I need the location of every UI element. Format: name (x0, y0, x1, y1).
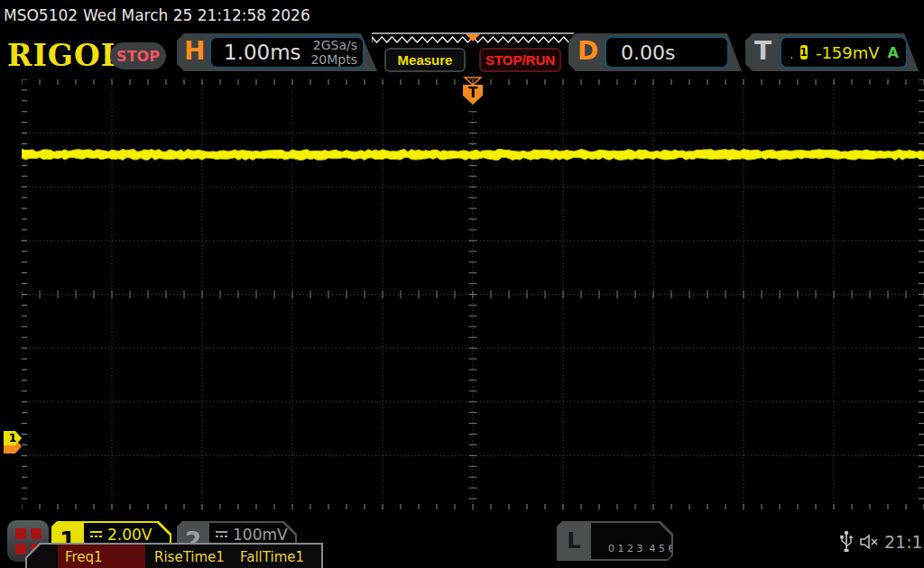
zigzag-memory-icon (372, 32, 574, 46)
trigger-sweep-mode: A (888, 44, 899, 61)
measure-button[interactable]: Measure (384, 48, 466, 72)
delay-label: D (578, 36, 598, 66)
trigger-t-shield[interactable]: T (463, 85, 483, 105)
measurement-panel[interactable]: Freq1 ***** RiseTime1 ***** FallTime1 **… (25, 543, 323, 568)
digital-channels: 0 1 2 3 4 5 6 7 8 9 10 11 12 13 14 15 (591, 523, 671, 559)
clock-text: 21:12 (884, 532, 924, 552)
stop-run-button[interactable]: STOP/RUN (479, 48, 561, 72)
logic-analyzer-button[interactable]: L 0 1 2 3 4 5 6 7 8 9 10 11 12 13 14 15 (557, 521, 673, 561)
memory-depth: 20Mpts (310, 52, 357, 67)
horizontal-settings-group[interactable]: H 1.00ms 2GSa/s 20Mpts (177, 33, 377, 71)
measurement-label: RiseTime1 (154, 549, 225, 565)
measurement-panel-inner: Freq1 ***** RiseTime1 ***** FallTime1 **… (27, 545, 321, 568)
run-state-badge: STOP (110, 42, 166, 69)
trigger-position-marker[interactable]: T (461, 77, 485, 113)
measurement-item-freq1[interactable]: Freq1 ***** (58, 545, 145, 568)
logic-label: L (557, 521, 591, 561)
channel1-scale: 2.00V (107, 526, 152, 544)
graticule-and-trace (22, 79, 924, 509)
measurement-label: Freq1 (65, 549, 103, 565)
timebase-value: 1.00ms (224, 41, 301, 64)
acquisition-info: 2GSa/s 20Mpts (310, 38, 357, 67)
channel2-scale: 100mV (233, 526, 288, 544)
waveform-position-indicator[interactable] (372, 32, 574, 46)
dc-coupling-icon (215, 530, 228, 539)
digital-channels-row1: 0 1 2 3 4 5 6 7 (608, 543, 684, 554)
rigol-logo: RIGOL (7, 38, 123, 73)
trigger-box[interactable]: 1 -159mV A (780, 36, 908, 69)
dc-coupling-icon (89, 530, 103, 539)
trigger-label: T (754, 36, 772, 66)
usb-icon (839, 530, 854, 554)
measurement-item-falltime1[interactable]: FallTime1 ***** (233, 545, 320, 568)
model-text: MSO5102 (4, 6, 78, 24)
speaker-muted-icon (859, 534, 881, 550)
delay-value: 0.00s (621, 41, 675, 64)
waveform-display[interactable]: T 1 Freq1 ***** RiseTime1 ***** FallTime… (0, 79, 924, 509)
delay-group[interactable]: D 0.00s (568, 33, 742, 71)
sample-rate: 2GSa/s (313, 38, 357, 52)
timebase-box[interactable]: 1.00ms 2GSa/s 20Mpts (209, 36, 365, 69)
delay-box[interactable]: 0.00s (605, 36, 729, 69)
measurement-label: FallTime1 (240, 549, 304, 565)
datetime-text: Wed March 25 21:12:58 2026 (83, 6, 310, 24)
trigger-group[interactable]: T 1 -159mV A (745, 33, 919, 71)
titlebar: MSO5102 Wed March 25 21:12:58 2026 (0, 0, 924, 29)
measurement-item-risetime1[interactable]: RiseTime1 ***** (147, 545, 233, 568)
trigger-position-triangle-icon (461, 77, 485, 86)
rising-edge-icon (790, 44, 792, 60)
horizontal-label: H (184, 36, 205, 66)
trigger-level-value: -159mV (816, 43, 880, 62)
trigger-source-badge: 1 (800, 45, 808, 60)
